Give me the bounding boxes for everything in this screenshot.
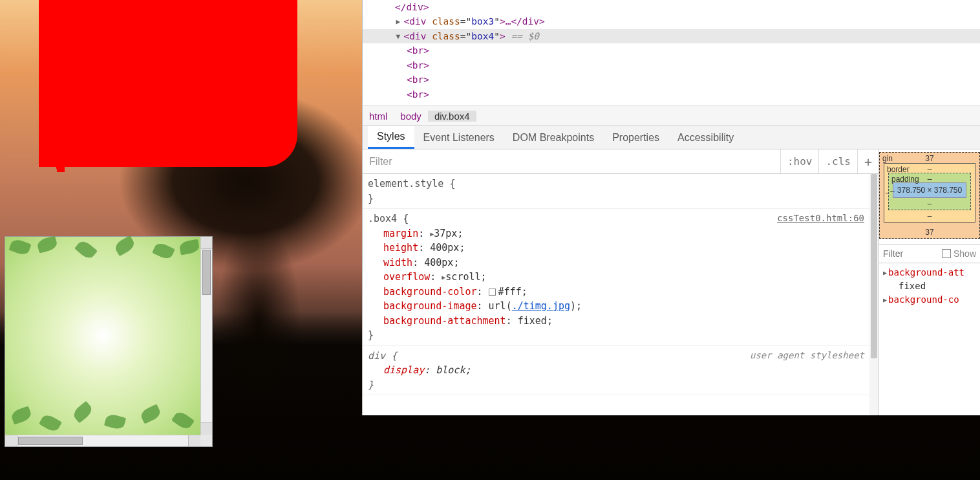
- dom-node[interactable]: <br>: [363, 87, 980, 102]
- computed-property-value: fixed: [899, 281, 926, 291]
- dom-node[interactable]: ▶<div class="box3">…</div>: [363, 14, 980, 28]
- breadcrumb-item[interactable]: html: [363, 111, 394, 122]
- css-property-value[interactable]: 400px: [430, 242, 459, 254]
- rule-div-ua[interactable]: user agent stylesheetdiv { display: bloc…: [363, 346, 869, 396]
- hov-toggle-button[interactable]: :hov: [780, 149, 819, 173]
- styles-filter-row: :hov .cls +: [363, 149, 879, 174]
- show-all-label: Show: [953, 248, 976, 259]
- horizontal-scrollbar[interactable]: [5, 435, 200, 446]
- devtools-panel: </div> ▶<div class="box3">…</div> … ▼<di…: [362, 0, 980, 415]
- css-property-name[interactable]: margin: [383, 228, 418, 239]
- css-property-name[interactable]: overflow: [383, 271, 430, 283]
- scrollbar-corner: [200, 435, 212, 446]
- dom-node[interactable]: <br>: [363, 43, 980, 58]
- styles-filter-input[interactable]: [363, 149, 780, 173]
- green-floral-box: [5, 236, 213, 447]
- dom-node-selected[interactable]: … ▼<div class="box4"> == $0: [363, 29, 980, 43]
- styles-tabs: Styles Event Listeners DOM Breakpoints P…: [363, 126, 980, 149]
- css-property-value[interactable]: #fff: [498, 286, 522, 298]
- cls-toggle-button[interactable]: .cls: [818, 149, 857, 173]
- selector: element.style: [368, 178, 449, 190]
- computed-filter-row: Show: [879, 244, 980, 263]
- selector: div: [368, 350, 391, 362]
- computed-pane: gin 37 37 border – – – padding – – – 3: [879, 149, 980, 415]
- styles-body: :hov .cls + element.style { } cssTest0.h…: [363, 149, 980, 415]
- computed-property-name[interactable]: background-att: [888, 267, 964, 278]
- css-url-link[interactable]: ./timg.jpg: [512, 300, 570, 312]
- collapse-icon[interactable]: ▼: [396, 31, 403, 42]
- css-rules-list[interactable]: element.style { } cssTest0.html:60.box4 …: [363, 174, 879, 415]
- elements-dom-tree[interactable]: </div> ▶<div class="box3">…</div> … ▼<di…: [363, 0, 980, 105]
- vertical-scrollbar[interactable]: [869, 174, 879, 415]
- source-link[interactable]: cssTest0.html:60: [777, 212, 864, 225]
- rule-box4[interactable]: cssTest0.html:60.box4 { margin: ▶ 37px; …: [363, 209, 869, 346]
- dom-node[interactable]: <br>: [363, 58, 980, 72]
- selected-indicator: == $0: [506, 31, 539, 41]
- new-style-rule-button[interactable]: +: [857, 149, 879, 173]
- scrollbar-thumb[interactable]: [871, 174, 877, 358]
- css-property-name[interactable]: width: [383, 257, 412, 268]
- box-model-value[interactable]: –: [889, 175, 970, 184]
- box-model-value[interactable]: 37: [880, 154, 979, 163]
- computed-filter-input[interactable]: [883, 248, 942, 259]
- expand-icon[interactable]: ▶: [883, 268, 887, 278]
- box-model-value[interactable]: –: [884, 212, 975, 221]
- box-model-value[interactable]: –: [889, 199, 970, 208]
- color-swatch-icon[interactable]: [489, 289, 496, 296]
- expand-icon[interactable]: ▶: [396, 16, 403, 27]
- rule-element-style[interactable]: element.style { }: [363, 174, 869, 209]
- scrollbar-thumb[interactable]: [202, 250, 211, 295]
- breadcrumb-item-selected[interactable]: div.box4: [428, 111, 476, 122]
- computed-property-name[interactable]: background-co: [888, 294, 959, 305]
- expand-icon[interactable]: ▶: [883, 295, 887, 305]
- show-all-checkbox[interactable]: [942, 249, 951, 258]
- box-model-content[interactable]: 378.750 × 378.750: [893, 182, 966, 198]
- css-property-value: block: [436, 364, 465, 376]
- tab-event-listeners[interactable]: Event Listeners: [414, 126, 504, 149]
- source-ua-label: user agent stylesheet: [750, 349, 864, 362]
- computed-properties[interactable]: ▶background-att fixed ▶background-co: [879, 263, 980, 309]
- dom-node[interactable]: <br>: [363, 72, 980, 87]
- gutter-ellipsis: …: [363, 29, 385, 43]
- tab-properties[interactable]: Properties: [603, 126, 668, 149]
- css-property-value[interactable]: 400px: [424, 257, 453, 268]
- scrollbar-thumb[interactable]: [18, 437, 83, 445]
- css-property-name[interactable]: background-attachment: [383, 315, 506, 327]
- box-model-value[interactable]: –: [890, 187, 895, 196]
- vertical-scrollbar[interactable]: [200, 237, 212, 435]
- selector: .box4: [368, 213, 403, 224]
- breadcrumb-item[interactable]: body: [394, 111, 428, 122]
- css-property-name: display: [383, 364, 424, 376]
- tab-accessibility[interactable]: Accessibility: [668, 126, 743, 149]
- css-property-value[interactable]: 37px: [434, 228, 457, 239]
- box-model-value[interactable]: 37: [880, 228, 979, 237]
- tab-styles[interactable]: Styles: [368, 126, 414, 149]
- dom-node[interactable]: </div>: [363, 0, 980, 14]
- tab-dom-breakpoints[interactable]: DOM Breakpoints: [504, 126, 603, 149]
- dom-breadcrumb: html body div.box4: [363, 105, 980, 126]
- box-model-diagram[interactable]: gin 37 37 border – – – padding – – – 3: [879, 149, 980, 239]
- css-property-value[interactable]: fixed: [518, 315, 547, 327]
- css-property-name[interactable]: background-image: [383, 300, 477, 312]
- css-property-name[interactable]: height: [383, 242, 418, 254]
- css-property-value[interactable]: url(./timg.jpg): [489, 300, 576, 312]
- red-box: [39, 0, 297, 167]
- green-box-image: [5, 237, 200, 435]
- styles-rules-pane: :hov .cls + element.style { } cssTest0.h…: [363, 149, 879, 415]
- css-property-name[interactable]: background-color: [383, 286, 477, 298]
- css-property-value[interactable]: scroll: [445, 271, 480, 283]
